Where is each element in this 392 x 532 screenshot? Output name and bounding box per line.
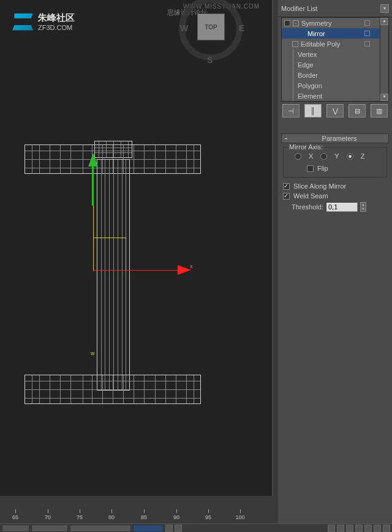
status-icon[interactable] bbox=[175, 525, 182, 532]
stack-item-editable-poly[interactable]: - Editable Poly bbox=[282, 39, 380, 49]
threshold-input[interactable] bbox=[326, 202, 358, 212]
viewcube-south: S bbox=[207, 55, 213, 65]
weld-checkbox[interactable] bbox=[283, 193, 290, 200]
stack-sub-edge[interactable]: Edge bbox=[282, 59, 380, 70]
stack-checkbox[interactable] bbox=[364, 20, 370, 26]
viewcube-west: W bbox=[180, 23, 188, 33]
viewcube[interactable]: TOP W E S bbox=[174, 0, 247, 67]
make-unique-button[interactable]: ⋁ bbox=[326, 104, 344, 118]
group-label: Mirror Axis: bbox=[287, 143, 325, 151]
tick-label: 65 bbox=[12, 514, 18, 520]
status-field bbox=[2, 525, 29, 532]
status-icon[interactable] bbox=[165, 525, 173, 532]
slice-along-mirror-row: Slice Along Mirror bbox=[278, 181, 392, 191]
tick-label: 80 bbox=[108, 514, 115, 520]
chevron-down-icon: ▾ bbox=[380, 4, 389, 13]
radio-x[interactable] bbox=[295, 153, 301, 160]
gizmo-plane-handle[interactable] bbox=[93, 238, 126, 271]
expand-icon[interactable]: - bbox=[293, 20, 299, 26]
collapse-icon: - bbox=[282, 133, 290, 144]
slice-checkbox[interactable] bbox=[283, 183, 290, 190]
parameters-rollout-header[interactable]: - Parameters bbox=[281, 133, 389, 143]
threshold-spinner[interactable]: ▲▼ bbox=[360, 202, 366, 212]
play-next-icon[interactable] bbox=[355, 525, 363, 532]
time-config-icon[interactable] bbox=[383, 525, 390, 532]
toggle-visibility-icon[interactable] bbox=[284, 20, 290, 26]
logo-icon bbox=[12, 13, 33, 31]
tick-label: 75 bbox=[77, 514, 83, 520]
stack-sub-element[interactable]: Element bbox=[282, 91, 380, 101]
status-dropdown[interactable] bbox=[133, 525, 164, 532]
flip-checkbox[interactable] bbox=[307, 165, 314, 172]
logo: 朱峰社区 ZF3D.COM bbox=[12, 12, 75, 31]
stack-scrollbar[interactable]: ▲▼ bbox=[380, 18, 388, 101]
modify-panel: Modifier List ▾ - Symmetry Mirror - Edit… bbox=[278, 0, 392, 532]
rollout-title: Parameters bbox=[290, 135, 388, 142]
tick-label: 95 bbox=[205, 514, 211, 520]
play-end-icon[interactable] bbox=[364, 525, 372, 532]
spinner-up-icon[interactable]: ▲ bbox=[361, 203, 366, 207]
status-field bbox=[70, 525, 131, 532]
play-start-icon[interactable] bbox=[328, 525, 335, 532]
pin-stack-button[interactable]: ⊣ bbox=[282, 104, 300, 118]
scroll-up-icon[interactable]: ▲ bbox=[380, 18, 388, 25]
gizmo-y-arrow-icon bbox=[88, 153, 98, 167]
modifier-list-dropdown[interactable]: Modifier List ▾ bbox=[278, 0, 392, 17]
key-mode-icon[interactable] bbox=[374, 525, 381, 532]
stack-item-mirror[interactable]: Mirror bbox=[282, 28, 380, 39]
stack-item-symmetry[interactable]: - Symmetry bbox=[282, 18, 380, 28]
stack-sub-vertex[interactable]: Vertex bbox=[282, 49, 380, 59]
play-icon[interactable] bbox=[346, 525, 353, 532]
status-field bbox=[31, 525, 68, 532]
tick-label: 85 bbox=[141, 514, 147, 520]
threshold-label: Threshold: bbox=[292, 203, 323, 211]
stack-checkbox[interactable] bbox=[364, 41, 370, 47]
viewcube-face[interactable]: TOP bbox=[197, 13, 225, 40]
stack-sub-polygon[interactable]: Polygon bbox=[282, 80, 380, 91]
expand-icon[interactable]: - bbox=[292, 41, 298, 47]
weld-seam-row: Weld Seam bbox=[278, 191, 392, 201]
tick-label: 100 bbox=[235, 514, 244, 520]
modifier-list-label: Modifier List bbox=[281, 5, 378, 12]
axis-label-x: x bbox=[190, 263, 193, 269]
logo-line2: ZF3D.COM bbox=[38, 24, 75, 31]
play-prev-icon[interactable] bbox=[337, 525, 344, 532]
tick-label: 90 bbox=[173, 514, 179, 520]
mirror-axis-group: Mirror Axis: X Y Z Flip bbox=[283, 147, 387, 178]
spinner-down-icon[interactable]: ▼ bbox=[361, 207, 366, 211]
remove-modifier-button[interactable]: ⊟ bbox=[349, 104, 366, 118]
logo-line1: 朱峰社区 bbox=[38, 12, 75, 24]
modifier-stack[interactable]: - Symmetry Mirror - Editable Poly Vertex… bbox=[281, 17, 389, 102]
timeline[interactable]: 65 70 75 80 85 90 95 100 bbox=[0, 508, 273, 520]
show-result-button[interactable]: ║ bbox=[304, 104, 322, 118]
tick-label: 70 bbox=[45, 514, 51, 520]
axis-label-w: w bbox=[91, 350, 95, 356]
configure-sets-button[interactable]: ▥ bbox=[371, 104, 388, 118]
stack-checkbox[interactable] bbox=[364, 31, 370, 36]
threshold-row: Threshold: ▲▼ bbox=[278, 201, 392, 213]
radio-y[interactable] bbox=[320, 153, 327, 160]
gizmo-x-axis[interactable] bbox=[93, 270, 185, 271]
viewcube-east: E bbox=[239, 23, 244, 33]
stack-sub-border[interactable]: Border bbox=[282, 70, 380, 80]
stack-tools: ⊣ ║ ⋁ ⊟ ▥ bbox=[278, 102, 392, 120]
scroll-down-icon[interactable]: ▼ bbox=[380, 94, 388, 101]
viewport-top[interactable]: WWW.MISSYUAN.COM 思缘设计论坛 朱峰社区 ZF3D.COM TO… bbox=[0, 0, 273, 496]
status-bar bbox=[0, 523, 392, 532]
radio-z[interactable] bbox=[347, 153, 353, 160]
gizmo-x-arrow-icon bbox=[178, 265, 191, 275]
